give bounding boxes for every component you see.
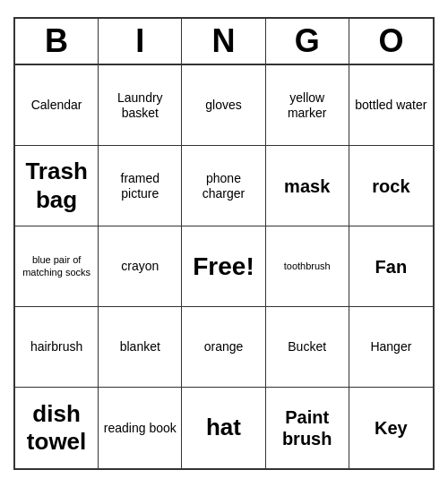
cell-text-20: dish towel	[19, 400, 94, 456]
bingo-cell-12: Free!	[182, 226, 265, 307]
bingo-cell-22: hat	[182, 388, 265, 468]
cell-text-11: crayon	[121, 259, 159, 274]
cell-text-3: yellow marker	[270, 90, 345, 121]
bingo-cell-19: Hanger	[349, 307, 433, 388]
bingo-cell-14: Fan	[349, 226, 433, 307]
cell-text-21: reading book	[104, 421, 177, 436]
bingo-cell-18: Bucket	[266, 307, 349, 388]
cell-text-7: phone charger	[185, 171, 261, 201]
bingo-cell-0: Calendar	[15, 65, 99, 146]
cell-text-4: bottled water	[355, 98, 426, 113]
bingo-cell-9: rock	[349, 146, 433, 226]
cell-text-8: mask	[284, 175, 330, 197]
bingo-cell-3: yellow marker	[266, 65, 349, 146]
cell-text-17: orange	[204, 339, 244, 355]
bingo-grid: CalendarLaundry basketglovesyellow marke…	[15, 65, 433, 468]
cell-text-2: gloves	[205, 98, 241, 113]
cell-text-12: Free!	[193, 252, 254, 282]
cell-text-16: blanket	[120, 339, 160, 355]
bingo-cell-20: dish towel	[15, 388, 99, 468]
cell-text-10: blue pair of matching socks	[19, 254, 94, 278]
bingo-card: BINGO CalendarLaundry basketglovesyellow…	[13, 17, 435, 470]
bingo-cell-7: phone charger	[182, 146, 265, 226]
cell-text-14: Fan	[375, 256, 408, 278]
bingo-cell-16: blanket	[99, 307, 182, 388]
bingo-cell-23: Paint brush	[266, 388, 349, 468]
header-letter-i: I	[99, 19, 182, 64]
bingo-cell-8: mask	[266, 146, 349, 226]
cell-text-6: framed picture	[102, 171, 177, 201]
cell-text-9: rock	[372, 175, 409, 197]
cell-text-15: hairbrush	[30, 339, 82, 355]
cell-text-19: Hanger	[370, 339, 411, 355]
bingo-cell-21: reading book	[99, 388, 182, 468]
cell-text-22: hat	[206, 414, 241, 441]
bingo-cell-2: gloves	[182, 65, 265, 146]
bingo-cell-24: Key	[349, 388, 433, 468]
bingo-cell-1: Laundry basket	[99, 65, 182, 146]
bingo-cell-13: toothbrush	[266, 226, 349, 307]
header-letter-g: G	[266, 19, 349, 64]
bingo-header: BINGO	[15, 19, 433, 65]
header-letter-n: N	[182, 19, 265, 64]
cell-text-18: Bucket	[288, 339, 326, 355]
cell-text-0: Calendar	[31, 98, 82, 113]
bingo-cell-11: crayon	[99, 226, 182, 307]
cell-text-24: Key	[375, 417, 408, 439]
cell-text-13: toothbrush	[284, 261, 331, 272]
header-letter-b: B	[15, 19, 99, 64]
bingo-cell-4: bottled water	[349, 65, 433, 146]
bingo-cell-5: Trash bag	[15, 146, 99, 226]
cell-text-1: Laundry basket	[102, 90, 177, 121]
bingo-cell-15: hairbrush	[15, 307, 99, 388]
cell-text-23: Paint brush	[270, 406, 345, 449]
bingo-cell-6: framed picture	[99, 146, 182, 226]
bingo-cell-10: blue pair of matching socks	[15, 226, 99, 307]
bingo-cell-17: orange	[182, 307, 265, 388]
header-letter-o: O	[349, 19, 433, 64]
cell-text-5: Trash bag	[19, 158, 94, 213]
